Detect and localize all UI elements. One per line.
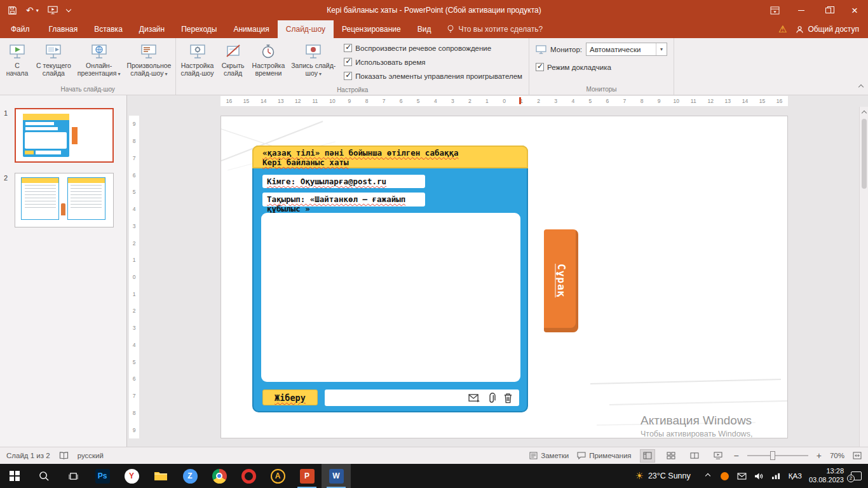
restore-button[interactable] bbox=[815, 0, 841, 20]
language-switcher[interactable]: ҚАЗ bbox=[789, 472, 802, 480]
question-tab-shape[interactable]: Сұрақ bbox=[544, 229, 578, 332]
dropdown-arrow: ▾ bbox=[165, 71, 167, 77]
tell-me-box[interactable]: Что вы хотите сделать? bbox=[439, 20, 550, 38]
tab-insert[interactable]: Вставка bbox=[86, 20, 131, 38]
minimize-button[interactable] bbox=[788, 0, 815, 20]
tab-transitions[interactable]: Переходы bbox=[173, 20, 225, 38]
slide-2-thumbnail[interactable]: 2 bbox=[4, 173, 121, 227]
scroll-up-arrow[interactable] bbox=[861, 111, 866, 116]
comments-button[interactable]: Примечания bbox=[577, 452, 631, 459]
normal-view-button[interactable] bbox=[640, 449, 655, 463]
subject-field-text: Тақырып: «Шайтанкөл – ғажайып құбылыс » bbox=[267, 194, 405, 214]
rehearse-timings-button[interactable]: Настройка времени bbox=[249, 39, 288, 85]
checkbox-presenter-view[interactable]: ✓ Режим докладчика bbox=[536, 61, 667, 73]
from-beginning-button[interactable]: С начала bbox=[1, 39, 33, 85]
subject-field[interactable]: Тақырып: «Шайтанкөл – ғажайып құбылыс » bbox=[262, 193, 425, 207]
hide-slide-icon bbox=[225, 41, 241, 62]
tab-review[interactable]: Рецензирование bbox=[334, 20, 409, 38]
taskbar-app-chrome[interactable] bbox=[205, 464, 234, 488]
to-field[interactable]: Кімге: Оқушыларға@post.ru bbox=[262, 175, 425, 188]
zoom-slider[interactable] bbox=[747, 455, 808, 456]
task-view-button[interactable] bbox=[58, 464, 88, 488]
person-icon bbox=[796, 25, 804, 34]
lightbulb-icon bbox=[447, 25, 454, 34]
fit-to-window-icon[interactable] bbox=[853, 452, 862, 459]
show-hidden-icons-button[interactable] bbox=[703, 474, 713, 478]
slide-1-thumbnail[interactable]: 1 bbox=[4, 108, 121, 163]
tab-home[interactable]: Главная bbox=[41, 20, 86, 38]
attachment-bar[interactable] bbox=[325, 390, 519, 406]
button-label: Онлайн- презентация bbox=[78, 62, 117, 77]
tab-file[interactable]: Файл bbox=[0, 20, 41, 38]
warning-icon[interactable]: ⚠ bbox=[778, 24, 787, 35]
checkbox-use-timings[interactable]: ✓ Использовать время bbox=[344, 56, 522, 68]
taskbar-clock[interactable]: 13:28 03.08.2023 bbox=[809, 467, 844, 485]
collapse-ribbon-button[interactable] bbox=[859, 82, 863, 91]
ribbon-group-setup: Настройка слайд-шоу Скрыть слайд Настрой… bbox=[176, 38, 529, 95]
language-indicator[interactable]: русский bbox=[78, 452, 104, 459]
form-header[interactable]: «қазақ тілі» пәні бойынша өтілген сабаққ… bbox=[252, 146, 528, 168]
reading-view-button[interactable] bbox=[687, 449, 702, 463]
slideshow-view-button[interactable] bbox=[710, 449, 726, 463]
taskbar-file-explorer[interactable] bbox=[146, 464, 175, 488]
slide-sorter-view-button[interactable] bbox=[663, 449, 679, 463]
message-body-field[interactable] bbox=[261, 213, 520, 382]
send-mail-icon[interactable] bbox=[468, 393, 480, 403]
scrollbar-thumb[interactable] bbox=[862, 119, 867, 189]
windows-activation-watermark: Активация Windows Чтобы активировать Win… bbox=[641, 414, 787, 438]
network-icon[interactable] bbox=[771, 472, 782, 480]
spell-check-icon[interactable] bbox=[59, 451, 69, 460]
taskbar-search-button[interactable] bbox=[29, 464, 58, 488]
from-current-slide-button[interactable]: С текущего слайда bbox=[33, 39, 74, 85]
checkbox-play-narrations[interactable]: ✓ Воспроизвести речевое сопровождение bbox=[344, 42, 522, 54]
taskbar-app-dark[interactable]: A bbox=[263, 464, 292, 488]
play-from-current-icon bbox=[44, 41, 62, 62]
to-field-text: Кімге: Оқушыларға@post.ru bbox=[267, 177, 386, 186]
present-online-button[interactable]: Онлайн- презентация▾ bbox=[74, 39, 124, 85]
taskbar-app-z[interactable]: Z bbox=[175, 464, 205, 488]
email-form-shape[interactable]: «қазақ тілі» пәні бойынша өтілген сабаққ… bbox=[252, 146, 528, 412]
taskbar-app-yandex[interactable]: Y bbox=[117, 464, 146, 488]
ruler-cursor-marker[interactable] bbox=[519, 97, 521, 104]
start-button[interactable] bbox=[0, 464, 29, 488]
zoom-in-button[interactable]: + bbox=[817, 451, 822, 461]
taskbar-weather[interactable]: ☀23°C Sunny bbox=[630, 470, 695, 482]
tab-slideshow[interactable]: Слайд-шоу bbox=[278, 20, 334, 38]
slide-2-preview bbox=[15, 173, 114, 227]
customize-qat-button[interactable] bbox=[67, 10, 71, 11]
action-center-button[interactable]: 2 bbox=[851, 471, 862, 480]
share-button[interactable]: Общий доступ bbox=[796, 25, 859, 34]
tab-animations[interactable]: Анимация bbox=[225, 20, 277, 38]
custom-slideshow-button[interactable]: Произвольное слайд-шоу▾ bbox=[123, 39, 174, 85]
taskbar-app-opera[interactable] bbox=[234, 464, 263, 488]
trash-icon[interactable] bbox=[503, 393, 513, 403]
checkbox-show-media-controls[interactable]: ✓ Показать элементы управления проигрыва… bbox=[344, 70, 522, 82]
close-button[interactable]: × bbox=[841, 0, 868, 20]
send-button[interactable]: Жіберу bbox=[262, 390, 318, 405]
tray-mail-icon[interactable] bbox=[737, 473, 747, 480]
volume-icon[interactable] bbox=[754, 472, 764, 480]
tab-design[interactable]: Дизайн bbox=[131, 20, 173, 38]
hide-slide-button[interactable]: Скрыть слайд bbox=[217, 39, 249, 85]
vertical-scrollbar[interactable] bbox=[859, 107, 868, 447]
monitor-select[interactable]: Автоматически ▾ bbox=[586, 43, 667, 56]
zoom-level[interactable]: 70% bbox=[830, 452, 844, 459]
taskbar-app-photoshop[interactable]: Ps bbox=[88, 464, 117, 488]
zoom-out-button[interactable]: − bbox=[734, 451, 739, 461]
taskbar-app-powerpoint[interactable]: P bbox=[292, 464, 322, 488]
taskbar-app-word[interactable]: W bbox=[322, 464, 351, 488]
start-slideshow-qat-button[interactable] bbox=[48, 6, 58, 15]
ribbon-display-options-button[interactable] bbox=[761, 0, 788, 20]
record-slideshow-button[interactable]: Запись слайд- шоу▾ bbox=[288, 39, 339, 85]
paperclip-icon[interactable] bbox=[488, 393, 496, 403]
tab-view[interactable]: Вид bbox=[409, 20, 440, 38]
slide-1[interactable]: «қазақ тілі» пәні бойынша өтілген сабаққ… bbox=[220, 116, 788, 438]
save-button[interactable] bbox=[8, 6, 17, 15]
notes-button[interactable]: Заметки bbox=[529, 452, 569, 459]
setup-slideshow-button[interactable]: Настройка слайд-шоу bbox=[177, 39, 217, 85]
zoom-slider-handle[interactable] bbox=[770, 451, 775, 460]
setup-slideshow-icon bbox=[189, 41, 207, 62]
tray-orange-app-icon[interactable] bbox=[720, 472, 730, 480]
undo-button[interactable]: ↶▾ bbox=[26, 5, 39, 15]
ruler-number: 6 bbox=[393, 96, 410, 106]
